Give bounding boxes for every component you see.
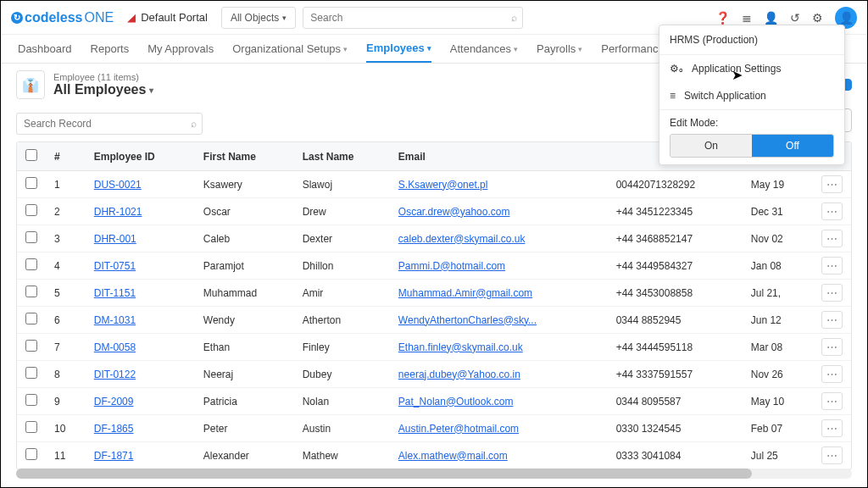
row-menu[interactable]: ⋯ <box>821 257 843 274</box>
date: Jul 25 <box>743 442 813 469</box>
date: Jul 21, <box>743 280 813 307</box>
global-search-input[interactable] <box>310 12 500 24</box>
email-link[interactable]: Muhammad.Amir@gmail.com <box>398 287 532 299</box>
toggle-off[interactable]: Off <box>752 135 833 157</box>
email-link[interactable]: Ethan.finley@skymail.co.uk <box>398 341 523 353</box>
email-link[interactable]: neeraj.dubey@Yahoo.co.in <box>398 369 520 380</box>
portal-label: Default Portal <box>141 11 208 24</box>
last-name: Nolan <box>294 388 390 415</box>
select-all[interactable] <box>25 149 37 161</box>
app-settings-item[interactable]: ⚙ₒ Application Settings <box>659 55 844 82</box>
row-menu[interactable]: ⋯ <box>821 446 843 464</box>
row-checkbox[interactable] <box>25 421 37 433</box>
user-plus-icon[interactable]: 👤 <box>764 11 778 25</box>
email-link[interactable]: S.Ksawery@onet.pl <box>398 179 488 191</box>
row-checkbox[interactable] <box>25 367 37 379</box>
help-icon[interactable]: ❓ <box>715 11 730 25</box>
gear-icon[interactable]: ⚙ <box>812 11 823 25</box>
all-objects-dropdown[interactable]: All Objects▾ <box>221 7 296 29</box>
employee-id-link[interactable]: DF-2009 <box>94 396 134 408</box>
row-menu[interactable]: ⋯ <box>821 175 843 193</box>
nav-tab-dashboard[interactable]: Dashboard <box>18 36 72 62</box>
phone: +44 3451223345 <box>608 198 743 225</box>
horizontal-scrollbar[interactable] <box>16 469 852 479</box>
phone: 0344 8095587 <box>608 388 743 415</box>
employee-id-link[interactable]: DUS-0021 <box>94 179 142 191</box>
nav-tab-attendances[interactable]: Attendances▾ <box>450 36 518 62</box>
employee-id-link[interactable]: DF-1865 <box>94 423 134 435</box>
employee-id-link[interactable]: DF-1871 <box>94 450 134 462</box>
email-link[interactable]: Austin.Peter@hotmail.com <box>398 423 519 435</box>
employee-id-link[interactable]: DIT-1151 <box>94 287 136 299</box>
table-row: 6DM-1031WendyAthertonWendyAthertonCharle… <box>17 307 851 334</box>
row-checkbox[interactable] <box>25 340 37 352</box>
global-search[interactable]: ⌕ <box>303 7 523 29</box>
row-index: 1 <box>46 171 86 198</box>
nav-tab-payrolls[interactable]: Payrolls▾ <box>537 36 582 62</box>
date: May 19 <box>743 171 813 198</box>
email-link[interactable]: Pammi.D@hotmail.com <box>398 260 505 272</box>
email-link[interactable]: Oscar.drew@yahoo.com <box>398 206 510 218</box>
employee-id-link[interactable]: DHR-1021 <box>94 206 142 218</box>
row-checkbox[interactable] <box>25 394 37 406</box>
row-menu[interactable]: ⋯ <box>821 230 843 247</box>
search-record-input[interactable] <box>24 118 180 130</box>
row-checkbox[interactable] <box>25 204 37 216</box>
col-0[interactable]: # <box>46 142 86 171</box>
employee-id-link[interactable]: DIT-0122 <box>94 369 136 380</box>
row-checkbox[interactable] <box>25 258 37 270</box>
header-sub: Employee (11 items) <box>53 72 739 82</box>
data-icon[interactable]: ≣ <box>742 11 752 25</box>
email-link[interactable]: Pat_Nolan@Outlook.com <box>398 396 514 408</box>
col-2[interactable]: First Name <box>195 142 294 171</box>
row-index: 7 <box>46 334 86 361</box>
date: Nov 02 <box>743 225 813 252</box>
last-name: Slawoj <box>294 171 390 198</box>
row-checkbox[interactable] <box>25 448 37 460</box>
email-link[interactable]: caleb.dexter@skymail.co.uk <box>398 233 526 245</box>
row-menu[interactable]: ⋯ <box>821 365 843 383</box>
col-1[interactable]: Employee ID <box>86 142 195 171</box>
email-link[interactable]: Alex.mathew@mail.com <box>398 450 508 462</box>
table-row: 11DF-1871AlexanderMathewAlex.mathew@mail… <box>17 442 851 469</box>
table-row: 5DIT-1151MuhammadAmirMuhammad.Amir@gmail… <box>17 280 851 307</box>
row-menu[interactable]: ⋯ <box>821 311 843 329</box>
toggle-on[interactable]: On <box>670 135 752 157</box>
switch-app-item[interactable]: ≡ Switch Application <box>659 82 844 109</box>
sliders-icon: ⚙ₒ <box>670 63 683 75</box>
employee-id-link[interactable]: DM-1031 <box>94 314 136 326</box>
nav-tab-employees[interactable]: Employees▾ <box>366 35 431 63</box>
employee-id-link[interactable]: DIT-0751 <box>94 260 136 272</box>
history-icon[interactable]: ↺ <box>790 11 800 25</box>
row-menu[interactable]: ⋯ <box>821 338 843 356</box>
row-checkbox[interactable] <box>25 177 37 189</box>
last-name: Drew <box>294 198 390 225</box>
employee-id-link[interactable]: DHR-001 <box>94 233 136 245</box>
col-4[interactable]: Email <box>390 142 608 171</box>
portal-switcher[interactable]: ◢ Default Portal <box>120 8 214 27</box>
phone: +44 3449584327 <box>608 252 743 280</box>
date: Nov 26 <box>743 361 813 388</box>
row-menu[interactable]: ⋯ <box>821 202 843 220</box>
date: Jun 12 <box>743 307 813 334</box>
phone: 0330 1324545 <box>608 415 743 442</box>
logo[interactable]: ↻ codelessONE <box>11 10 114 25</box>
search-record[interactable]: ⌕ <box>16 113 203 135</box>
row-checkbox[interactable] <box>25 313 37 324</box>
nav-tab-my-approvals[interactable]: My Approvals <box>147 36 214 62</box>
view-title[interactable]: All Employees▾ <box>53 82 739 97</box>
row-menu[interactable]: ⋯ <box>821 284 843 302</box>
nav-tab-organizational-setups[interactable]: Organizational Setups▾ <box>232 36 348 62</box>
employee-id-link[interactable]: DM-0058 <box>94 341 136 353</box>
last-name: Amir <box>294 280 390 307</box>
dropdown-head: HRMS (Production) <box>659 25 844 55</box>
row-index: 8 <box>46 361 86 388</box>
row-menu[interactable]: ⋯ <box>821 392 843 410</box>
table-row: 3DHR-001CalebDextercaleb.dexter@skymail.… <box>17 225 851 252</box>
email-link[interactable]: WendyAthertonCharles@sky... <box>398 314 537 326</box>
row-checkbox[interactable] <box>25 231 37 243</box>
row-menu[interactable]: ⋯ <box>821 419 843 437</box>
col-3[interactable]: Last Name <box>294 142 390 171</box>
row-checkbox[interactable] <box>25 286 37 297</box>
nav-tab-reports[interactable]: Reports <box>91 36 130 62</box>
